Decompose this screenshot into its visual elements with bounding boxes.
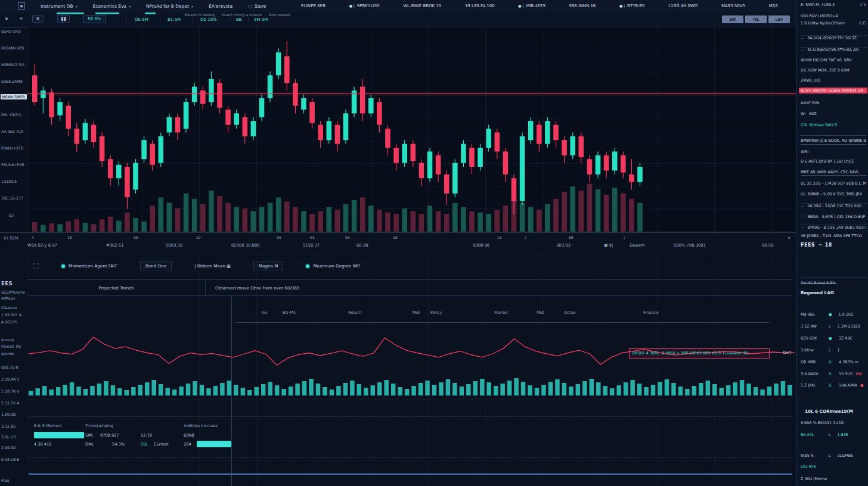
time-tick: 18: [393, 235, 398, 239]
timeframe-button[interactable]: 5M 5M: [254, 17, 268, 22]
candle-style-tool[interactable]: ▮▮: [57, 15, 70, 23]
sidebar-row[interactable]: OB IIMB9.4.3B3% m: [801, 360, 866, 364]
sidebar-row[interactable]: LOL.BYK: [801, 465, 866, 469]
sidebar-row[interactable]: 3 3Z AWL5.1M 233Z0: [801, 324, 866, 329]
crosshair-tool[interactable]: +: [19, 16, 23, 21]
dashed-gridline: [29, 400, 792, 400]
sidebar-row[interactable]: UL: BMNB - 9.6B K.SYG 3fBB.JB9: [801, 192, 866, 197]
row-label: WI: [801, 111, 805, 116]
quote-item: S9E-INNN.16: [569, 4, 596, 8]
sidebar-row[interactable]: RA.0O4.IB26OP FPI 36L3Z: [801, 35, 866, 40]
menubar: ▣ Instrument DB▾Economics Evo▾NPtsAd for…: [0, 0, 796, 13]
sidebar-row[interactable]: AAN? BI9L: [801, 101, 866, 105]
sidebar-row[interactable]: FEES~ 18: [801, 242, 866, 248]
row-status-icon: 9.: [829, 360, 832, 364]
sidebar-row[interactable]: NJES N.L3LGMBS: [801, 453, 866, 458]
time-axis-label: Dowem: [630, 243, 645, 248]
action-button-sw[interactable]: SW: [722, 15, 743, 23]
sidebar-row[interactable]: 1 VE: NWA.M. 4L5B.3: [801, 2, 866, 7]
time-axis-label: 5150.37: [303, 243, 320, 248]
sidebar-row[interactable]: COL BLKrwn BAO B: [801, 123, 866, 127]
separator: |: [248, 17, 250, 22]
sidebar-row[interactable]: BBNA - 9.6YR (.A3L 1S6 O.6UP: [801, 214, 866, 219]
row-label: 3w HII Bernd 6.8%: [801, 281, 836, 285]
timeframe-button[interactable]: R6 6%: [83, 15, 106, 23]
row-label: WHIM DICIOM 30E V6. KBV: [801, 58, 852, 63]
tab-projected-trends[interactable]: Projected Trends: [27, 280, 206, 295]
separator: |: [192, 17, 194, 22]
close-tool[interactable]: ✕: [32, 15, 44, 23]
panel-scale-label: 3.32 BS: [1, 424, 16, 428]
sidebar-row[interactable]: BZ6 6BK●3Z A9C: [801, 336, 866, 341]
tab-observed-move[interactable]: Observed move Obsv here over 60/365: [206, 280, 300, 295]
sidebar-row[interactable]: UV..96W MOA..39E 8 60M: [801, 68, 866, 73]
sidebar-row[interactable]: 10L 6 CORmwe19(M: [805, 409, 866, 414]
sidebar-row[interactable]: WR): [801, 149, 866, 154]
timeframe-button[interactable]: Ob 6M: [135, 17, 148, 22]
row-label: NJES N.: [801, 453, 826, 458]
tab-label: Observed move Obsv here over 60/365: [215, 285, 300, 291]
quote-value: WL.IBWE BROK 15: [403, 4, 441, 8]
stats-cell: 60NB: [184, 433, 194, 438]
sidebar-row[interactable]: 3w HII Bernd 6.8%: [801, 278, 866, 285]
sidebar-row[interactable]: 0 Ei1 B 6dRw Ny9mGY9wm: [801, 21, 866, 26]
sidebar-row[interactable]: BMWRNA J1 B BOOK. AO 9JYBNE BW: [801, 135, 866, 145]
separator: |: [126, 17, 128, 22]
sidebar-row[interactable]: 4B J9MBA - T.U3. AMA 9P8 TTY.O: [801, 233, 866, 238]
candlestick-chart[interactable]: [27, 27, 796, 232]
sidebar-row[interactable]: 2MWL.UIO: [801, 78, 866, 83]
indicator-svg[interactable]: [29, 329, 795, 396]
time-axis-label: 0008 98: [473, 243, 489, 248]
stats-cell: SSL: [141, 442, 148, 447]
quote-value: BTYR-B5: [627, 4, 644, 8]
sidebar-row[interactable]: BLALBWOICIYB 6T9Y6A./MI: [801, 47, 866, 52]
menu-item[interactable]: NPtsAd for B Depot▾: [146, 4, 193, 9]
menu-item[interactable]: ▢Store: [248, 4, 266, 9]
sidebar-row[interactable]: 1.Z JAN.9.10A.A/MA●: [801, 383, 866, 388]
sidebar-row[interactable]: WI60Z: [801, 111, 866, 116]
timeframe-button[interactable]: Ob 10%: [200, 17, 217, 22]
time-tick: 4: [32, 235, 34, 239]
sidebar-row[interactable]: 96.39G - 19O8 1YC TO9 99U: [801, 203, 866, 208]
panel-scale-label: Pamati_PD: [1, 344, 21, 348]
time-axis-label: S90% 788.3091: [674, 243, 706, 248]
price-axis-label: 5068.2AM8: [1, 79, 27, 83]
price-axis-label: M6M8X2 5%: [1, 63, 27, 67]
menu-item[interactable]: Economics Evo▾: [93, 4, 131, 9]
time-axis-label: 90.50: [762, 243, 773, 248]
action-button-73l[interactable]: 73L: [745, 15, 767, 23]
timeframe-button[interactable]: B1.5M: [168, 17, 181, 22]
sidebar-row[interactable]: Md 9Bo●1.0 10Z: [801, 312, 866, 317]
separator: |: [159, 17, 161, 22]
sidebar-row[interactable]: 3 6friwL1: [801, 348, 866, 353]
column-header: EO-Mk: [283, 310, 296, 315]
sidebar-row[interactable]: BLIYH AWOW: LESEB KAYOO4 OA: [799, 88, 867, 94]
sidebar-row[interactable]: WHIM DICIOM 30E V6. KBV: [801, 58, 866, 63]
interval-label: (D): [8, 213, 14, 217]
chevron-down-icon: ▾: [191, 4, 193, 8]
cursor-tool[interactable]: ➤: [5, 16, 9, 21]
sidebar-row[interactable]: BK.44LL1.63E: [801, 432, 866, 437]
sidebar-row[interactable]: MBE AB.IAMB AWIYL.CBC 6AVL: [801, 170, 866, 176]
chevron-down-icon: ▾: [129, 4, 131, 8]
sidebar-row[interactable]: Regweed LAO: [801, 290, 866, 295]
row-label: LOL.BYK: [801, 465, 816, 469]
menu-item[interactable]: Instrument DB▾: [41, 4, 78, 9]
action-button-lev[interactable]: LEV: [768, 15, 790, 23]
sidebar-row[interactable]: UL 30.33O - 1.M38 9O? aO8 B.C M: [801, 181, 866, 186]
menu-item[interactable]: EA'erevsta: [209, 4, 232, 9]
timeframe-button[interactable]: BB: [236, 17, 242, 22]
sidebar-row[interactable]: IOO P&V LIBO5O+4: [801, 14, 866, 18]
stats-cell: SIM.: [85, 433, 94, 438]
app-logo-icon[interactable]: ▣: [18, 2, 25, 10]
panel-content: Projected Trends Observed move Obsv here…: [27, 254, 796, 486]
sidebar-row[interactable]: Z 30U /Mwme: [801, 476, 866, 481]
row-value: ~ 18: [819, 242, 832, 248]
candles: [32, 41, 643, 214]
sidebar-row[interactable]: 3-9.IWO09.10.3UC6W: [801, 372, 866, 376]
progress-meter: [57, 13, 84, 14]
sidebar-row[interactable]: 9.60A % BK/A91 3.L1D: [801, 420, 866, 425]
sidebar-row[interactable]: D 6 A0FL.BYB BY 1.BLI LfICE: [801, 159, 866, 164]
chart-toolbar: ➤+✕▮▮ R6 6%Ob 6MB1.5MOb 10%BB5M 5M||||| …: [0, 12, 796, 28]
sidebar-row[interactable]: BYA9G - B.19E .JA9 9UB3.XO3.4: [801, 225, 866, 230]
